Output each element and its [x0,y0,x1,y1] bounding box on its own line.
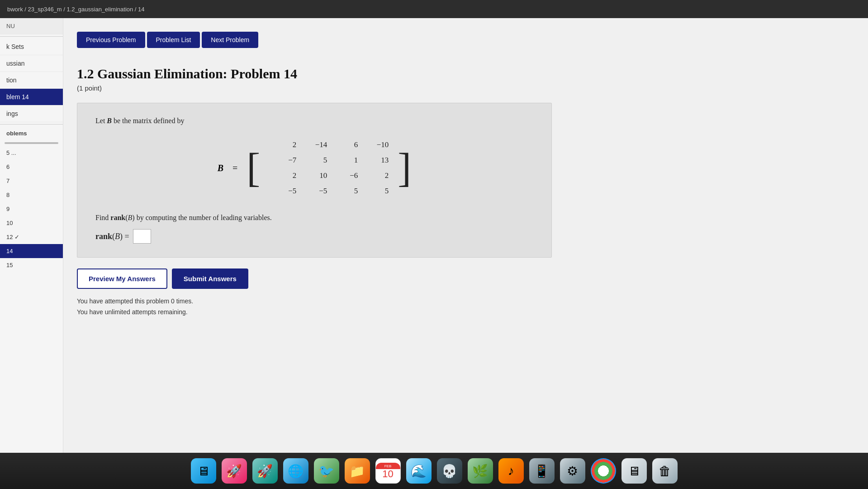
matrix-grid: 2 −14 6 −10 −7 5 1 13 2 10 −6 [266,136,392,200]
preview-answers-button[interactable]: Preview My Answers [77,268,167,289]
problem-list-button[interactable]: Problem List [147,32,200,48]
sidebar-menu-label[interactable]: NU [0,18,63,34]
matrix-cell-r2c0: 2 [278,171,296,180]
dock-music-icon[interactable]: ♪ [498,458,524,484]
dock-orange-icon[interactable]: 📁 [345,458,370,484]
matrix-cell-r3c1: −5 [309,187,327,196]
dock-photos-icon[interactable]: 🌊 [406,458,432,484]
calendar-date: 10 [382,469,393,479]
problem-box: Let B be the matrix defined by B = [ 2 −… [77,103,552,258]
rank-answer-input[interactable] [133,229,151,244]
taskbar: 🖥 🚀 🚀 🌐 🐦 📁 FEB 10 🌊 💀 🌿 ♪ 📱 ⚙ 🖥 🗑 [0,453,868,489]
bottom-buttons: Preview My Answers Submit Answers [77,268,854,289]
attempt-line1: You have attempted this problem 0 times. [77,296,854,307]
sidebar-num-8[interactable]: 8 [0,188,63,202]
right-bracket: ] [398,148,411,188]
dock-gear-icon[interactable]: ⚙ [560,458,585,484]
matrix-cell-r1c3: 13 [370,156,389,165]
attempt-line2: You have unlimited attempts remaining. [77,307,854,318]
sidebar-num-12[interactable]: 12 ✓ [0,230,63,244]
matrix-equals: = [232,163,237,173]
url-text: bwork / 23_sp346_m / 1.2_gaussian_elimin… [7,6,145,13]
matrix-cell-r0c1: −14 [309,140,327,149]
matrix-cell-r1c0: −7 [278,156,296,165]
dock-bird-icon[interactable]: 🐦 [314,458,339,484]
matrix-cell-r2c1: 10 [309,171,327,180]
dock-trash-icon[interactable]: 🗑 [652,458,678,484]
previous-problem-button[interactable]: Previous Problem [77,32,145,48]
dock-launchpad-icon[interactable]: 🚀 [222,458,247,484]
dock-monitor-icon[interactable]: 🖥 [621,458,647,484]
submit-answers-button[interactable]: Submit Answers [172,268,248,289]
matrix-cell-r0c3: −10 [370,140,389,149]
sidebar-item-ksets[interactable]: k Sets [0,38,63,55]
dock-apps-icon[interactable]: 📱 [529,458,555,484]
sidebar-item-ussian[interactable]: ussian [0,55,63,72]
matrix-cell-r2c3: 2 [370,171,389,180]
sidebar-num-7[interactable]: 7 [0,174,63,188]
sidebar-num-6[interactable]: 6 [0,160,63,174]
dock-finder-icon[interactable]: 🖥 [191,458,216,484]
matrix-cell-r3c0: −5 [278,187,296,196]
matrix-label: B [218,163,223,173]
next-problem-button[interactable]: Next Problem [202,32,258,48]
sidebar-num-9[interactable]: 9 [0,202,63,216]
dock-safari-icon[interactable]: 🌐 [283,458,308,484]
matrix-cell-r1c1: 5 [309,156,327,165]
rank-input-row: rank(B) = [95,229,533,244]
problem-points: (1 point) [77,84,854,92]
matrix-cell-r2c2: −6 [340,171,358,180]
browser-url-bar: bwork / 23_sp346_m / 1.2_gaussian_elimin… [0,0,868,18]
sidebar-item-ings[interactable]: ings [0,105,63,122]
sidebar-section-problems: oblems [0,126,63,140]
dock-green-icon[interactable]: 🌿 [468,458,493,484]
sidebar-num-14[interactable]: 14 [0,244,63,258]
sidebar-num-5[interactable]: 5 ... [0,146,63,160]
dock-calendar-icon[interactable]: FEB 10 [375,458,401,484]
left-bracket: [ [247,148,260,188]
matrix-cell-r3c3: 5 [370,187,389,196]
sidebar-item-blem14[interactable]: blem 14 [0,89,63,105]
problem-title: 1.2 Gaussian Elimination: Problem 14 [77,66,854,82]
content-area: Previous Problem Problem List Next Probl… [63,18,868,453]
matrix-cell-r1c2: 1 [340,156,358,165]
dock-skull-icon[interactable]: 💀 [437,458,462,484]
dock-rocket-icon[interactable]: 🚀 [252,458,278,484]
nav-buttons: Previous Problem Problem List Next Probl… [77,27,854,53]
attempt-info: You have attempted this problem 0 times.… [77,296,854,318]
matrix-cell-r0c0: 2 [278,140,296,149]
matrix-cell-r0c2: 6 [340,140,358,149]
sidebar: NU k Sets ussian tion blem 14 ings oblem… [0,18,63,453]
sidebar-num-15[interactable]: 15 [0,258,63,272]
matrix-display: B = [ 2 −14 6 −10 −7 5 1 [95,136,533,200]
rank-label: rank(B) = [95,232,129,241]
find-rank-text: Find rank(B) by computing the number of … [95,214,533,222]
sidebar-item-tion[interactable]: tion [0,72,63,89]
problem-intro-text: Let B be the matrix defined by [95,117,533,125]
sidebar-num-10[interactable]: 10 [0,216,63,230]
matrix-cell-r3c2: 5 [340,187,358,196]
dock-chrome-icon[interactable] [591,458,616,484]
sidebar-scrollbar [5,142,58,144]
